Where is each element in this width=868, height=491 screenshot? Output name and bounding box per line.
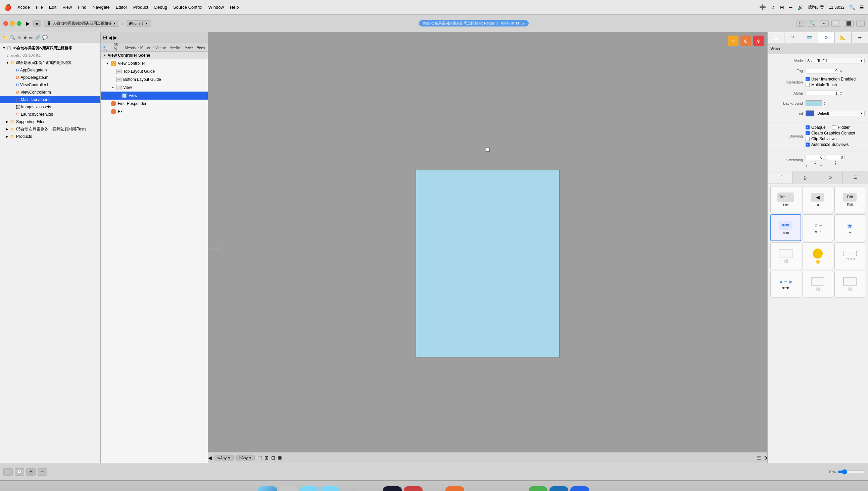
obj-tab-code[interactable]: {} bbox=[793, 171, 818, 183]
dock-notes[interactable]: 📝 bbox=[341, 486, 360, 491]
nav-bottom-layout-guide[interactable]: — Bottom Layout Guide bbox=[101, 76, 208, 84]
products-group[interactable]: ▶ 📁 Products bbox=[0, 133, 100, 140]
chat-icon[interactable]: 💬 bbox=[42, 35, 48, 40]
editor-toggle3[interactable]: ⬚ bbox=[856, 20, 865, 27]
nav-next[interactable]: ▶ bbox=[113, 35, 117, 40]
breadcrumb-item[interactable]: M···se) bbox=[140, 45, 152, 49]
device-selector[interactable]: iPhone 6 ▼ bbox=[126, 21, 151, 27]
view-switcher-icon[interactable]: ⊞ bbox=[780, 5, 784, 10]
tests-group[interactable]: ▶ 📁 05自动布局案例2-····四周边距相等Tests bbox=[0, 125, 100, 133]
breadcrumb-item[interactable]: Vi···ller bbox=[170, 45, 181, 49]
clears-graphics-checkbox[interactable]: ✓ bbox=[806, 131, 810, 135]
history-btn[interactable]: 🕐 bbox=[15, 468, 24, 475]
nav-top-layout-guide[interactable]: — Top Layout Guide bbox=[101, 67, 208, 76]
canvas-btn-red[interactable]: ⊗ bbox=[753, 35, 764, 46]
obj-nav-title[interactable]: Title Title bbox=[770, 186, 801, 213]
autoresize-checkbox[interactable]: ✓ bbox=[806, 143, 810, 147]
close-button[interactable] bbox=[3, 21, 8, 26]
breadcrumb-item[interactable]: M···ard bbox=[125, 45, 136, 49]
navigator-toggle[interactable]: ⬚ bbox=[796, 20, 805, 27]
project-root[interactable]: ▼ 📋 05自动布局案例2-距离四周边距相等 bbox=[0, 44, 100, 52]
width-any-selector[interactable]: wAny ▼ bbox=[215, 455, 234, 460]
file-appdelegate-h[interactable]: H AppDelegate.h bbox=[0, 66, 100, 74]
scene-header[interactable]: ▼ View Controller Scene bbox=[101, 52, 208, 59]
connections-inspector-tab[interactable]: ➡ bbox=[851, 32, 868, 43]
opaque-checkbox[interactable]: ✓ bbox=[806, 125, 810, 129]
attributes-inspector-tab[interactable]: ⚙ bbox=[818, 32, 835, 43]
clip-subviews-checkbox[interactable] bbox=[806, 137, 810, 141]
minimize-button[interactable] bbox=[10, 21, 15, 26]
file-images-xcassets[interactable]: 🖼 Images.xcassets bbox=[0, 103, 100, 111]
obj-tab-media[interactable]: ☰ bbox=[843, 171, 868, 183]
play-button[interactable]: ▶ bbox=[26, 21, 30, 26]
menu-debug[interactable]: Debug bbox=[155, 5, 167, 10]
menu-file[interactable]: File bbox=[36, 5, 43, 10]
file-main-storyboard[interactable]: ⬚ Main.storyboard bbox=[0, 96, 100, 103]
scheme-selector[interactable]: 📱 05自动布局案例2-距离四周边距相等 ▼ bbox=[44, 20, 119, 27]
file-appdelegate-m[interactable]: M AppDelegate.m bbox=[0, 74, 100, 81]
breakpoints-btn[interactable]: ↩ bbox=[37, 468, 47, 475]
file-viewcontroller-m[interactable]: M ViewController.m bbox=[0, 89, 100, 96]
dock-word[interactable]: W bbox=[570, 486, 589, 491]
menu-view[interactable]: View bbox=[62, 5, 72, 10]
dock-itunes[interactable]: 🎵 bbox=[466, 486, 485, 491]
dock-xcode[interactable]: X bbox=[549, 486, 568, 491]
user-interaction-checkbox[interactable]: ✓ bbox=[806, 77, 810, 81]
supporting-files-group[interactable]: ▶ 📁 Supporting Files bbox=[0, 118, 100, 125]
tint-selector[interactable]: Default ▼ bbox=[816, 111, 865, 116]
menu-editor[interactable]: Editor bbox=[116, 5, 127, 10]
obj-tabbar-arrows[interactable]: ◀ ••• ▶ ◀···▶ bbox=[770, 271, 801, 297]
menu-source-control[interactable]: Source Control bbox=[173, 5, 202, 10]
menu-window[interactable]: Window bbox=[209, 5, 224, 10]
nav-grid-toggle[interactable]: ⊞ bbox=[103, 34, 107, 40]
background-stepper[interactable]: ▲▼ bbox=[823, 101, 825, 106]
search-nav-icon[interactable]: 🔍 bbox=[10, 35, 16, 40]
dock-system-prefs[interactable]: ⚙ bbox=[279, 486, 298, 491]
warning-icon[interactable]: ⚠ bbox=[18, 35, 22, 40]
editor-toggle2[interactable]: ⬛ bbox=[844, 20, 853, 27]
nav-prev[interactable]: ◀ bbox=[108, 35, 112, 40]
stop-button[interactable]: ■ bbox=[32, 21, 41, 27]
list-icon[interactable]: ☰ bbox=[29, 35, 33, 40]
identity-inspector-tab[interactable]: 🪪 bbox=[801, 32, 818, 43]
canvas-prev-btn[interactable]: ◀ bbox=[208, 455, 212, 460]
alpha-input[interactable] bbox=[806, 91, 839, 96]
obj-nav-back[interactable]: ◀ ◀ bbox=[803, 186, 834, 213]
menu-product[interactable]: Product bbox=[133, 5, 148, 10]
maximize-button[interactable] bbox=[17, 21, 22, 26]
menu-edit[interactable]: Edit bbox=[49, 5, 56, 10]
breadcrumb-item[interactable]: View bbox=[197, 45, 205, 49]
back-icon[interactable]: ↩ bbox=[789, 5, 793, 10]
nav-view-child[interactable]: ⬜ View bbox=[101, 92, 208, 99]
stretching-x-input[interactable] bbox=[806, 154, 824, 160]
obj-tab-objects[interactable]: ⊙ bbox=[818, 171, 843, 183]
obj-tab-files[interactable]: 📄 bbox=[768, 171, 793, 183]
search-icon[interactable]: 🔍 bbox=[849, 5, 855, 10]
breadcrumb-item[interactable]: Vi···ne bbox=[155, 45, 166, 49]
main-group[interactable]: ▼ 📁 05自动布局案例2-距离四周距相等 bbox=[0, 59, 100, 66]
obj-tabbar-blank[interactable]: ⬜ bbox=[770, 242, 801, 269]
debug-toggle[interactable]: 🔍 bbox=[808, 20, 817, 27]
dock-filezilla[interactable]: 🔧 bbox=[445, 486, 464, 491]
zoom-slider[interactable] bbox=[838, 469, 865, 474]
obj-tabbar-star[interactable]: ★ ★ bbox=[835, 214, 865, 241]
breadcrumb-item[interactable]: 05···等 bbox=[114, 43, 121, 52]
canvas-layout-btn3[interactable]: ⊟ bbox=[271, 455, 275, 460]
breadcrumb-item[interactable]: 📁 05自动布局案例2-距离四周边距相等 bbox=[103, 43, 110, 52]
stretching-x-stepper[interactable]: ▲▼ bbox=[814, 160, 816, 165]
editor-toggle1[interactable]: ⬜ bbox=[832, 20, 841, 27]
obj-tabbar-sq[interactable]: ⬜ bbox=[803, 271, 834, 297]
folder-icon[interactable]: 📁 bbox=[3, 35, 8, 40]
stretching-y-stepper[interactable]: ▲▼ bbox=[835, 160, 837, 165]
tag-stepper[interactable]: ▲▼ bbox=[840, 68, 842, 73]
alpha-stepper[interactable]: ▲▼ bbox=[840, 91, 842, 95]
multiple-touch-checkbox[interactable] bbox=[806, 83, 810, 87]
canvas-list-btn[interactable]: ☰ bbox=[757, 455, 761, 460]
menu-xcode[interactable]: Xcode bbox=[18, 5, 30, 10]
lists-icon[interactable]: ☰ bbox=[860, 5, 864, 10]
dock-folder[interactable]: 📁 bbox=[487, 486, 506, 491]
nav-view-controller[interactable]: ▼ V View Controller bbox=[101, 59, 208, 67]
dock-python[interactable]: 🐍 bbox=[425, 486, 443, 491]
nav-view-parent[interactable]: ▼ ⬜ View bbox=[101, 84, 208, 92]
menu-navigate[interactable]: Navigate bbox=[92, 5, 109, 10]
